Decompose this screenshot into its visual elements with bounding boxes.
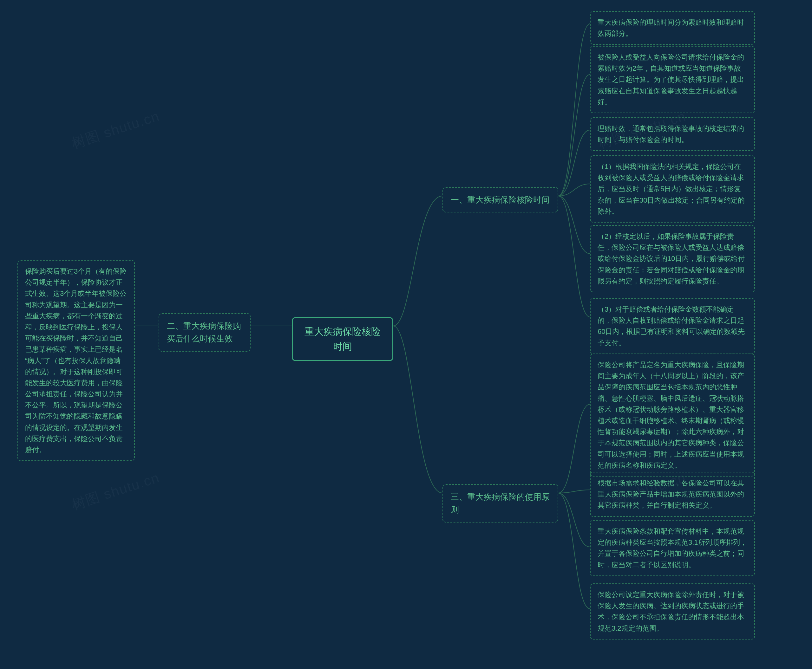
branch-1-leaf-3[interactable]: 理赔时效，通常包括取得保险事故的核定结果的时间，与赔付保险金的时间。 <box>590 117 755 151</box>
branch-2-leaf-1-text: 保险购买后要过3个月（有的保险公司规定半年），保险协议才正式生效。这3个月或半年… <box>25 267 126 454</box>
watermark: 树图 shutu.cn <box>69 107 162 153</box>
branch-1-leaf-1[interactable]: 重大疾病保险的理赔时间分为索赔时效和理赔时效两部分。 <box>590 11 755 45</box>
branch-2-title: 二、重大疾病保险购买后什么时候生效 <box>167 321 241 343</box>
branch-3-leaf-4[interactable]: 保险公司设定重大疾病保险除外责任时，对于被保险人发生的疾病、达到的疾病状态或进行… <box>590 583 755 639</box>
branch-1-leaf-4-text: （1）根据我国保险法的相关规定，保险公司在收到被保险人或受益人的赔偿或给付保险金… <box>598 163 745 215</box>
center-title: 重大疾病保险核险时间 <box>305 326 381 351</box>
branch-2[interactable]: 二、重大疾病保险购买后什么时候生效 <box>158 313 251 351</box>
branch-1-leaf-5[interactable]: （2）经核定以后，如果保险事故属于保险责任，保险公司应在与被保险人或受益人达成赔… <box>590 225 755 292</box>
center-node[interactable]: 重大疾病保险核险时间 <box>292 317 393 361</box>
branch-3-leaf-3-text: 重大疾病保险条款和配套宣传材料中，本规范规定的疾病种类应当按照本规范3.1所列顺… <box>598 527 747 569</box>
branch-3[interactable]: 三、重大疾病保险的使用原则 <box>443 484 558 523</box>
branch-3-leaf-2-text: 根据市场需求和经验数据，各保险公司可以在其重大疾病保险产品中增加本规范疾病范围以… <box>598 479 744 509</box>
branch-1-leaf-3-text: 理赔时效，通常包括取得保险事故的核定结果的时间，与赔付保险金的时间。 <box>598 124 744 144</box>
branch-3-leaf-4-text: 保险公司设定重大疾病保险除外责任时，对于被保险人发生的疾病、达到的疾病状态或进行… <box>598 591 744 632</box>
watermark: 树图 shutu.cn <box>69 468 162 514</box>
branch-1-leaf-1-text: 重大疾病保险的理赔时间分为索赔时效和理赔时效两部分。 <box>598 18 744 37</box>
branch-2-leaf-1[interactable]: 保险购买后要过3个月（有的保险公司规定半年），保险协议才正式生效。这3个月或半年… <box>17 260 135 461</box>
branch-3-leaf-1-text: 保险公司将产品定名为重大疾病保险，且保险期间主要为成年人（十八周岁以上）阶段的，… <box>598 361 744 469</box>
branch-1-leaf-4[interactable]: （1）根据我国保险法的相关规定，保险公司在收到被保险人或受益人的赔偿或给付保险金… <box>590 155 755 223</box>
branch-1-leaf-2-text: 被保险人或受益人向保险公司请求给付保险金的索赔时效为2年，自其知道或应当知道保险… <box>598 53 744 106</box>
branch-1-leaf-6-text: （3）对于赔偿或者给付保险金数额不能确定的，保险人自收到赔偿或给付保险金请求之日… <box>598 305 745 347</box>
branch-1-leaf-6[interactable]: （3）对于赔偿或者给付保险金数额不能确定的，保险人自收到赔偿或给付保险金请求之日… <box>590 298 755 354</box>
branch-1-leaf-2[interactable]: 被保险人或受益人向保险公司请求给付保险金的索赔时效为2年，自其知道或应当知道保险… <box>590 46 755 113</box>
branch-3-leaf-2[interactable]: 根据市场需求和经验数据，各保险公司可以在其重大疾病保险产品中增加本规范疾病范围以… <box>590 472 755 517</box>
branch-1[interactable]: 一、重大疾病保险核险时间 <box>443 187 558 212</box>
branch-3-leaf-1[interactable]: 保险公司将产品定名为重大疾病保险，且保险期间主要为成年人（十八周岁以上）阶段的，… <box>590 353 755 477</box>
branch-1-title: 一、重大疾病保险核险时间 <box>451 195 550 205</box>
branch-1-leaf-5-text: （2）经核定以后，如果保险事故属于保险责任，保险公司应在与被保险人或受益人达成赔… <box>598 232 745 285</box>
branch-3-title: 三、重大疾病保险的使用原则 <box>451 492 550 514</box>
branch-3-leaf-3[interactable]: 重大疾病保险条款和配套宣传材料中，本规范规定的疾病种类应当按照本规范3.1所列顺… <box>590 520 755 576</box>
